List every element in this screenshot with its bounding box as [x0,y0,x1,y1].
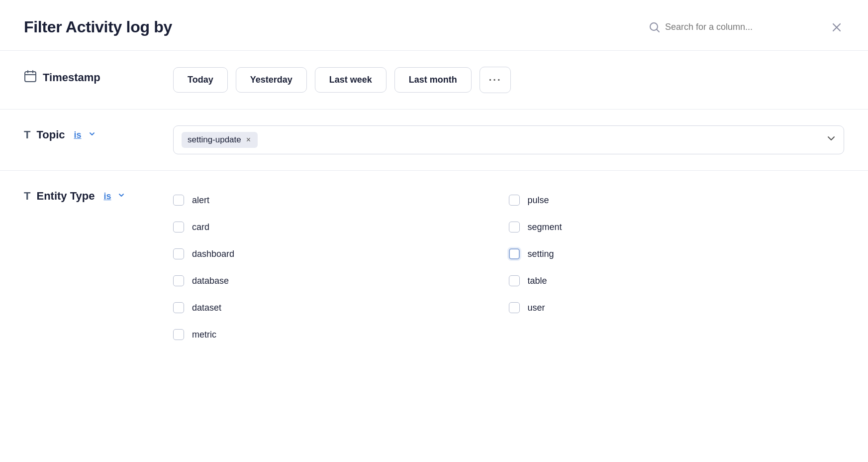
topic-input-box[interactable]: setting-update × [173,125,844,154]
list-item: segment [509,214,845,240]
topic-row: T Topic is setting-update × [0,110,868,171]
list-item: alert [173,187,509,214]
list-item: user [509,294,845,321]
pulse-checkbox[interactable] [509,195,520,206]
topic-tag: setting-update × [182,132,258,148]
list-item: database [173,267,509,294]
search-input[interactable] [665,22,824,32]
table-label: table [528,276,547,286]
entity-checkboxes: alert pulse card segment dashboard setti… [173,187,844,348]
topic-value-area: setting-update × [173,125,844,154]
list-item: pulse [509,187,845,214]
entity-text-icon: T [24,190,30,203]
card-checkbox[interactable] [173,222,184,232]
calendar-icon [24,70,37,86]
entity-type-row: T Entity Type is alert pulse card [0,171,868,364]
close-button[interactable] [829,20,844,35]
pulse-label: pulse [528,195,549,206]
list-item: dashboard [173,240,509,267]
more-options-button[interactable]: ··· [480,67,511,93]
search-icon [649,22,660,33]
alert-checkbox[interactable] [173,195,184,206]
topic-field-name: Topic [36,128,65,141]
last-month-button[interactable]: Last month [394,67,472,93]
list-item: setting [509,240,845,267]
topic-tag-value: setting-update [188,135,241,145]
dashboard-checkbox[interactable] [173,248,184,259]
setting-label: setting [528,249,554,259]
entity-type-operator-chevron[interactable] [118,192,125,201]
timestamp-buttons: Today Yesterday Last week Last month ··· [173,67,844,93]
table-checkbox[interactable] [509,275,520,286]
topic-operator-chevron[interactable] [89,130,96,139]
metric-checkbox[interactable] [173,329,184,340]
list-item: metric [173,321,509,348]
dashboard-label: dashboard [192,249,234,259]
list-item: table [509,267,845,294]
topic-operator[interactable]: is [74,130,81,140]
entity-type-operator[interactable]: is [103,191,111,202]
card-label: card [192,222,209,232]
panel-header: Filter Activity log by [0,0,868,51]
list-item: card [173,214,509,240]
topic-text-icon: T [24,128,30,141]
list-item: dataset [173,294,509,321]
yesterday-button[interactable]: Yesterday [236,67,307,93]
user-checkbox[interactable] [509,302,520,313]
svg-rect-1 [25,72,36,82]
database-checkbox[interactable] [173,275,184,286]
search-area [649,20,844,35]
last-week-button[interactable]: Last week [315,67,386,93]
topic-dropdown-chevron[interactable] [826,133,836,146]
timestamp-row: Timestamp Today Yesterday Last week Last… [0,51,868,110]
topic-tag-remove-button[interactable]: × [245,136,252,144]
segment-checkbox[interactable] [509,222,520,232]
segment-label: segment [528,222,562,232]
timestamp-field-name: Timestamp [43,71,100,84]
empty-cell [509,321,845,348]
today-button[interactable]: Today [173,67,228,93]
topic-label: T Topic is [24,125,173,141]
dataset-checkbox[interactable] [173,302,184,313]
entity-type-label: T Entity Type is [24,187,173,203]
panel-title: Filter Activity log by [24,18,172,36]
metric-label: metric [192,330,216,340]
entity-type-field-name: Entity Type [36,190,95,203]
user-label: user [528,303,545,313]
timestamp-label: Timestamp [24,67,173,86]
database-label: database [192,276,229,286]
setting-checkbox[interactable] [509,248,520,259]
dataset-label: dataset [192,303,221,313]
alert-label: alert [192,195,209,206]
filter-panel: Filter Activity log by [0,0,868,462]
